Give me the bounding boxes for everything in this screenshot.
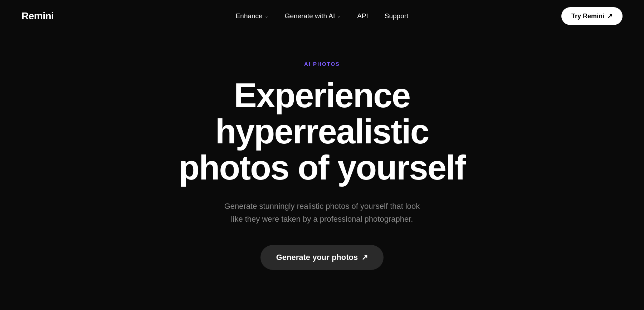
hero-title: Experience hyperrealistic photos of your…	[125, 78, 519, 186]
external-link-icon: ↗	[361, 253, 368, 262]
nav-label-generate: Generate with AI	[285, 12, 335, 20]
chevron-down-icon: ⌄	[337, 14, 341, 19]
nav-item-generate[interactable]: Generate with AI ⌄	[278, 9, 347, 24]
header: Remini Enhance ⌄ Generate with AI ⌄ API …	[0, 0, 644, 32]
hero-section: AI PHOTOS Experience hyperrealistic phot…	[0, 32, 644, 291]
external-link-icon: ↗	[607, 12, 613, 20]
generate-photos-button[interactable]: Generate your photos ↗	[260, 245, 384, 270]
nav-item-api[interactable]: API	[351, 9, 375, 24]
logo[interactable]: Remini	[21, 10, 54, 22]
main-nav: Enhance ⌄ Generate with AI ⌄ API Support	[229, 9, 415, 24]
generate-photos-label: Generate your photos	[276, 253, 358, 262]
nav-label-support: Support	[385, 12, 409, 20]
nav-item-support[interactable]: Support	[378, 9, 415, 24]
nav-item-enhance[interactable]: Enhance ⌄	[229, 9, 275, 24]
nav-label-api: API	[357, 12, 368, 20]
hero-subtitle: Generate stunningly realistic photos of …	[218, 200, 426, 225]
try-remini-label: Try Remini	[571, 13, 604, 20]
hero-title-line1: Experience hyperrealistic	[215, 76, 429, 151]
hero-badge: AI PHOTOS	[304, 61, 340, 67]
try-remini-button[interactable]: Try Remini ↗	[561, 7, 623, 25]
nav-label-enhance: Enhance	[236, 12, 263, 20]
chevron-down-icon: ⌄	[265, 14, 268, 19]
hero-title-line2: photos of yourself	[179, 148, 465, 187]
